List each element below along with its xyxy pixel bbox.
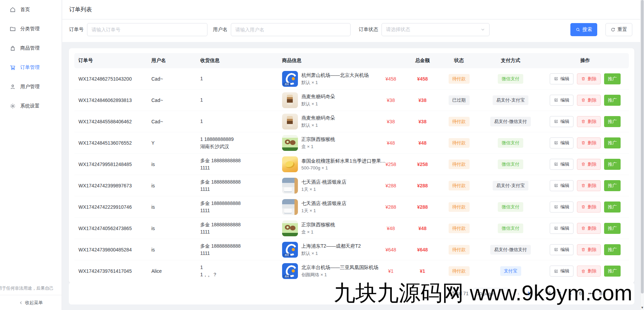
sidebar-item-categories[interactable]: 分类管理: [0, 19, 62, 39]
edit-icon: [554, 183, 558, 188]
delete-button-label: 删除: [588, 97, 597, 103]
delete-button[interactable]: 删除: [577, 95, 601, 106]
trash-icon: [581, 98, 586, 102]
order-no-input[interactable]: [87, 23, 207, 36]
delete-button[interactable]: 删除: [577, 266, 601, 277]
shipping-info-cell: 多金 188888888881111: [196, 242, 278, 257]
payment-badge: 易支付-微信支付: [490, 117, 530, 126]
edit-button[interactable]: 编辑: [550, 116, 573, 127]
scrollbar-thumb[interactable]: [641, 0, 644, 293]
promote-button[interactable]: 推广: [604, 159, 621, 170]
sidebar-item-products[interactable]: 商品管理: [0, 39, 62, 58]
trash-icon: [581, 76, 586, 81]
edit-button-label: 编辑: [560, 183, 569, 189]
promote-button[interactable]: 推广: [604, 73, 621, 84]
promote-button[interactable]: 推广: [604, 180, 621, 191]
actions-cell: 编辑 删除 推广: [541, 244, 629, 255]
delete-button[interactable]: 删除: [577, 202, 601, 213]
promote-button[interactable]: 推广: [604, 116, 621, 127]
promote-button[interactable]: 推广: [604, 137, 621, 148]
table-row: WX17424742399897673 is 多金 18888888888111…: [74, 175, 629, 196]
product-spec: 500-700g × 1: [301, 165, 385, 170]
status-badge: 待付款: [449, 224, 470, 233]
edit-button-label: 编辑: [560, 118, 569, 125]
username-input[interactable]: [231, 23, 351, 36]
product-image: 携程: [282, 263, 298, 279]
promote-button[interactable]: 推广: [604, 223, 621, 234]
trash-icon: [581, 119, 586, 124]
home-icon: [10, 7, 16, 13]
product-cell: 七天酒店·桃源银座店 1天 × 1: [278, 199, 375, 215]
status-select-placeholder: 请选择状态: [386, 27, 410, 33]
edit-button[interactable]: 编辑: [550, 73, 573, 84]
product-name: 杭州萧山机场——北京大兴机场: [301, 72, 369, 79]
collapse-menu-button[interactable]: 收起菜单: [0, 295, 62, 310]
product-price-cell: ¥258: [375, 162, 407, 167]
edit-button[interactable]: 编辑: [550, 159, 573, 170]
payment-badge: 易支付-微信支付: [490, 245, 530, 255]
trash-icon: [581, 269, 586, 273]
table-row: WX17424845136076552 Y 1 18888888889湖南长沙武…: [74, 132, 629, 154]
promote-button[interactable]: 推广: [604, 244, 621, 255]
delete-button[interactable]: 删除: [577, 73, 601, 84]
product-name: 北京丰台机场——三亚凤凰国际机场: [301, 264, 378, 271]
actions-cell: 编辑 删除 推广: [541, 180, 629, 191]
username-cell: is: [147, 247, 196, 252]
topbar: 订单列表: [62, 0, 644, 19]
col-header-total: 总金额: [407, 58, 438, 64]
edit-button[interactable]: 编辑: [550, 95, 573, 106]
status-filter-label: 订单状态: [359, 27, 378, 33]
status-select[interactable]: 请选择状态: [382, 23, 490, 36]
edit-button[interactable]: 编辑: [550, 180, 573, 191]
delete-button[interactable]: 删除: [577, 159, 601, 170]
product-name: 正宗陕西猕猴桃: [301, 221, 335, 228]
watermark-text: 九块九源码网 www.9k9ym.com: [334, 278, 632, 308]
sidebar-item-users[interactable]: 用户管理: [0, 77, 62, 96]
search-icon: [576, 27, 580, 32]
promote-button[interactable]: 推广: [604, 95, 621, 106]
username-cell: Alice: [147, 268, 196, 274]
edit-button-label: 编辑: [560, 140, 569, 146]
delete-button[interactable]: 删除: [577, 116, 601, 127]
product-image: 携程: [282, 242, 298, 258]
refresh-icon: [611, 27, 615, 32]
sidebar-item-settings[interactable]: 系统设置: [0, 96, 62, 116]
delete-button-label: 删除: [588, 140, 597, 146]
delete-button[interactable]: 删除: [577, 137, 601, 148]
reset-button[interactable]: 重置: [605, 23, 632, 36]
edit-button[interactable]: 编辑: [550, 223, 573, 234]
delete-button[interactable]: 删除: [577, 244, 601, 255]
status-badge: 待付款: [449, 202, 470, 212]
username-cell: Cad~: [147, 119, 196, 124]
delete-button[interactable]: 删除: [577, 180, 601, 191]
ctrip-logo-icon: 携程: [283, 83, 290, 86]
sidebar-item-home[interactable]: 首页: [0, 0, 62, 19]
payment-badge: 微信支付: [498, 138, 523, 148]
shipping-info-cell: 11，。？: [196, 264, 278, 278]
username-cell: is: [147, 204, 196, 210]
product-spec: 1天 × 1: [301, 186, 346, 193]
edit-button[interactable]: 编辑: [550, 137, 573, 148]
promote-button[interactable]: 推广: [604, 202, 621, 213]
actions-cell: 编辑 删除 推广: [541, 223, 629, 234]
edit-button-label: 编辑: [560, 76, 569, 82]
product-price-cell: ¥288: [375, 183, 407, 188]
promote-button[interactable]: 推广: [604, 266, 621, 277]
edit-button[interactable]: 编辑: [550, 244, 573, 255]
sidebar-item-orders[interactable]: 订单管理: [0, 58, 62, 77]
search-button[interactable]: 搜索: [570, 23, 597, 36]
product-image: [282, 199, 298, 215]
product-price-cell: ¥38: [375, 119, 407, 124]
status-badge: 待付款: [449, 266, 470, 276]
delete-button[interactable]: 删除: [577, 223, 601, 234]
edit-button[interactable]: 编辑: [550, 202, 573, 213]
actions-cell: 编辑 删除 推广: [541, 73, 629, 84]
trash-icon: [581, 247, 586, 252]
status-badge: 待付款: [449, 117, 470, 126]
scrollbar-down-arrow[interactable]: ▼: [641, 306, 644, 309]
edit-button[interactable]: 编辑: [550, 266, 573, 277]
vertical-scrollbar[interactable]: ▼: [640, 0, 644, 310]
delete-button-label: 删除: [588, 183, 597, 189]
promote-button-label: 推广: [608, 183, 617, 189]
username-cell: is: [147, 162, 196, 167]
